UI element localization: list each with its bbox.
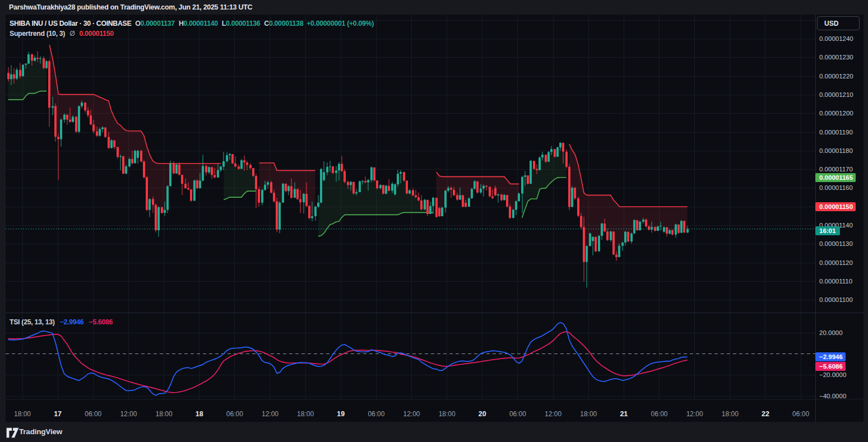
candle-body bbox=[148, 199, 151, 210]
supertrend-legend[interactable]: Supertrend (10, 3)Ø0.00001150 bbox=[10, 30, 114, 38]
candle-body bbox=[352, 182, 355, 194]
candle-body bbox=[545, 155, 547, 162]
supertrend-fill bbox=[224, 155, 256, 200]
candle-body bbox=[261, 190, 263, 203]
candle-body bbox=[45, 61, 48, 68]
candle-body bbox=[146, 177, 148, 210]
candle-body bbox=[577, 198, 579, 216]
price-tick-label: 0.00001180 bbox=[819, 147, 853, 154]
candle-body bbox=[530, 161, 532, 184]
time-label-day: 21 bbox=[620, 410, 628, 418]
candle-body bbox=[169, 164, 171, 186]
candle-body bbox=[193, 180, 196, 201]
candle-body bbox=[515, 201, 517, 210]
candle-body bbox=[31, 54, 33, 61]
candle-body bbox=[524, 175, 526, 177]
candle-body bbox=[663, 227, 665, 232]
candle-body bbox=[355, 192, 358, 193]
candle-body bbox=[559, 143, 561, 147]
time-label: 18:00 bbox=[156, 410, 173, 418]
tsi-legend[interactable]: TSI (25, 13, 13)−2.9946−5.6086 bbox=[10, 318, 113, 326]
candle-body bbox=[110, 141, 113, 148]
candle-body bbox=[359, 182, 361, 192]
candle-body bbox=[137, 151, 139, 158]
tradingview-brand[interactable]: TradingView bbox=[19, 427, 62, 436]
tsi-line bbox=[8, 323, 688, 396]
candle-body bbox=[326, 167, 328, 173]
ohlc-label: L bbox=[222, 20, 226, 27]
candle-body bbox=[541, 155, 544, 157]
candle-body bbox=[27, 54, 30, 64]
candle-body bbox=[550, 149, 553, 152]
candle-body bbox=[175, 165, 178, 174]
countdown-label: 16:01 bbox=[815, 226, 840, 235]
candle-body bbox=[285, 184, 287, 191]
candle-body bbox=[583, 227, 585, 262]
ohlc-label: C bbox=[264, 20, 269, 27]
candle-body bbox=[238, 166, 240, 169]
candle-body bbox=[420, 201, 423, 210]
candle-body bbox=[476, 182, 479, 193]
symbol-legend[interactable]: SHIBA INU / US Dollar · 30 · COINBASEO0.… bbox=[10, 20, 374, 27]
candle-body bbox=[217, 170, 219, 178]
candle-body bbox=[506, 195, 508, 207]
candle-body bbox=[332, 166, 334, 173]
price-tick-label: 0.00001190 bbox=[819, 129, 853, 136]
candle-body bbox=[385, 186, 387, 194]
supertrend-fill bbox=[259, 163, 315, 217]
price-tick-label: 0.00001160 bbox=[819, 184, 853, 191]
candle-wick bbox=[224, 152, 224, 170]
candle-body bbox=[134, 151, 136, 163]
candle-body bbox=[122, 156, 124, 174]
tsi-tick-label: 20.0000 bbox=[819, 329, 843, 336]
symbol-title[interactable]: SHIBA INU / US Dollar · 30 · COINBASE bbox=[10, 20, 131, 27]
candle-wick bbox=[40, 56, 41, 63]
candle-body bbox=[370, 168, 373, 180]
candle-wick bbox=[230, 153, 230, 160]
candle-wick bbox=[365, 176, 366, 183]
candle-body bbox=[397, 174, 399, 184]
candle-body bbox=[367, 180, 369, 182]
candle-body bbox=[438, 208, 440, 216]
candle-wick bbox=[268, 181, 268, 189]
candle-body bbox=[403, 172, 405, 180]
candle-body bbox=[586, 246, 588, 262]
candle-body bbox=[131, 159, 133, 164]
candle-body bbox=[305, 194, 308, 206]
candle-wick bbox=[53, 97, 53, 115]
time-label: 18:00 bbox=[580, 410, 597, 418]
candle-wick bbox=[58, 134, 59, 180]
candle-body bbox=[618, 246, 620, 257]
candle-body bbox=[181, 175, 183, 184]
chart-canvas[interactable] bbox=[6, 15, 864, 422]
time-label: 12:00 bbox=[262, 410, 278, 418]
candle-body bbox=[474, 182, 476, 189]
candle-body bbox=[456, 195, 458, 199]
candle-body bbox=[482, 186, 485, 189]
time-label: 12:00 bbox=[545, 410, 561, 418]
candle-body bbox=[16, 70, 18, 79]
tsi-name[interactable]: TSI (25, 13, 13) bbox=[10, 318, 55, 326]
candle-body bbox=[290, 186, 293, 198]
candle-body bbox=[547, 152, 550, 162]
currency-button[interactable]: USD bbox=[817, 16, 860, 30]
candle-body bbox=[57, 137, 59, 139]
candle-body bbox=[562, 143, 564, 152]
tsi-tick-label: −40.0000 bbox=[819, 393, 846, 399]
candle-body bbox=[161, 207, 163, 213]
candle-body bbox=[48, 61, 50, 108]
candle-body bbox=[39, 58, 41, 59]
time-label: 06:00 bbox=[368, 410, 384, 418]
candle-body bbox=[52, 106, 54, 108]
tradingview-logo-icon[interactable] bbox=[6, 427, 20, 438]
supertrend-name[interactable]: Supertrend (10, 3) bbox=[10, 30, 65, 38]
candle-body bbox=[226, 155, 228, 161]
tsi-value-label: −2.9946 bbox=[815, 352, 846, 361]
time-label: 06:00 bbox=[792, 410, 809, 418]
candle-body bbox=[43, 58, 45, 68]
ohlc-value: 0.00001140 bbox=[184, 20, 218, 27]
candle-body bbox=[554, 149, 556, 157]
candle-body bbox=[155, 205, 157, 230]
candle-body bbox=[296, 189, 299, 199]
candle-body bbox=[453, 190, 455, 196]
